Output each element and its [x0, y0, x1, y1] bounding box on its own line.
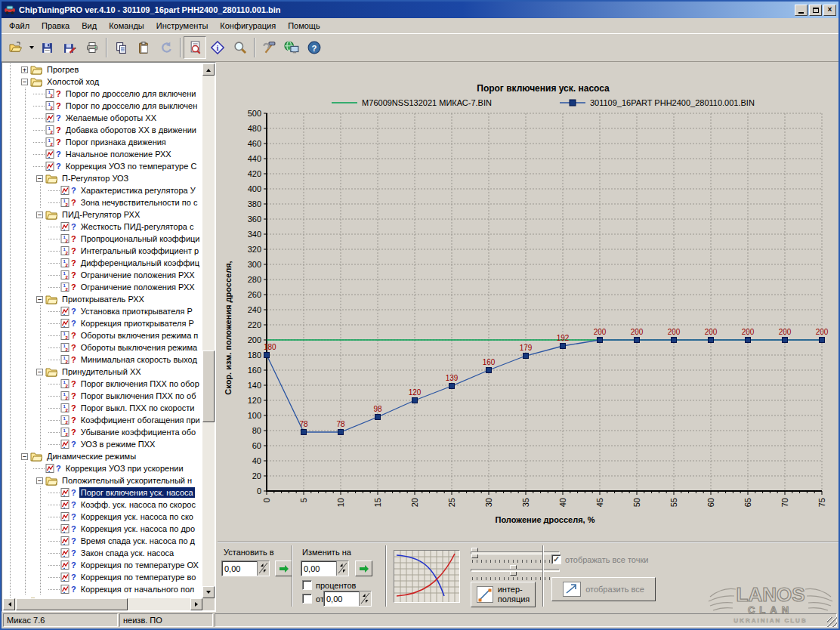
collapse-icon[interactable]: − — [36, 175, 43, 182]
tree-item[interactable]: ?Коэфф. уск. насоса по скорос — [3, 499, 202, 511]
percent-checkbox[interactable] — [302, 580, 312, 590]
menu-item-3[interactable]: Команды — [103, 19, 150, 32]
save-button[interactable] — [36, 36, 58, 59]
tree-item[interactable]: −Положительный ускорительный н — [3, 474, 202, 486]
tree-item[interactable]: 12?Дифференциальный коэффиц — [3, 257, 202, 269]
tree-vertical-scrollbar[interactable] — [202, 63, 215, 598]
scrollbar-thumb[interactable] — [202, 351, 215, 422]
collapse-icon[interactable]: − — [21, 79, 28, 85]
close-button[interactable]: × — [823, 5, 836, 16]
tree-item[interactable]: −ПИД-Регулятор РХХ — [3, 208, 202, 221]
print-button[interactable] — [81, 36, 103, 59]
tree-item[interactable]: ?Установка приоткрывателя Р — [3, 305, 202, 317]
relative-checkbox[interactable] — [302, 594, 312, 604]
info-button[interactable]: i — [206, 36, 229, 59]
slider-track[interactable] — [471, 569, 560, 572]
maximize-button[interactable] — [809, 5, 822, 16]
menu-item-5[interactable]: Конфигурация — [214, 19, 282, 32]
tree-item[interactable]: 12?Минимальная скорость выход — [3, 354, 202, 366]
open-dropdown-button[interactable] — [27, 36, 36, 59]
tree-item[interactable]: ?Коррекция уск. насоса по ско — [3, 511, 202, 523]
tree-item[interactable]: 12?Коэффициент обогащения при — [3, 414, 202, 426]
undo-button[interactable] — [155, 36, 178, 59]
menu-item-4[interactable]: Инструменты — [150, 19, 215, 32]
tree-item[interactable]: 12?Порог включения ПХХ по обор — [3, 378, 202, 390]
network-button[interactable] — [280, 36, 303, 59]
tree-item[interactable]: ?УОЗ в режиме ПХХ — [3, 438, 202, 450]
tree-item[interactable]: 12?Порог выкл. ПХХ по скорости — [3, 402, 202, 414]
preview-button[interactable] — [184, 36, 206, 59]
tree-item[interactable]: 12?Зона нечувствительности по с — [3, 196, 202, 208]
menu-item-0[interactable]: Файл — [3, 19, 36, 32]
slider-2[interactable] — [471, 564, 560, 579]
scroll-up-button[interactable] — [202, 63, 215, 76]
tree-horizontal-scrollbar[interactable] — [3, 598, 202, 610]
tree-item[interactable]: 12?Порог признака движения — [3, 136, 202, 148]
tree-item[interactable]: −Приоткрыватель РХХ — [3, 293, 202, 305]
show-all-button[interactable]: отобразить все — [551, 577, 656, 601]
scrollbar-thumb[interactable] — [16, 598, 128, 610]
tree-item[interactable]: ?Коррекция по температуре во — [3, 571, 202, 583]
tree-item[interactable]: 12?Порог выключения ПХХ по об — [3, 390, 202, 402]
scroll-down-button[interactable] — [202, 586, 215, 598]
tree-item[interactable]: −Холостой ход — [3, 76, 202, 88]
save-as-button[interactable] — [58, 36, 81, 59]
tools-button[interactable] — [258, 36, 280, 59]
tree-item[interactable]: ?Жесткость ПИД-регулятора с — [3, 221, 202, 233]
show-points-checkbox[interactable]: ✓ — [551, 554, 561, 564]
tree-item[interactable]: +Прогрев — [3, 63, 202, 76]
paste-button[interactable] — [132, 36, 155, 59]
collapse-icon[interactable]: − — [36, 296, 43, 303]
apply-set-button[interactable] — [275, 561, 292, 576]
tree-item[interactable]: ?Коррекция приоткрывателя Р — [3, 317, 202, 329]
scroll-right-button[interactable] — [190, 598, 202, 610]
spinner-buttons[interactable] — [359, 591, 371, 606]
tree-item[interactable]: ?Коррекция УОЗ при ускорении — [3, 462, 202, 474]
tree-item[interactable]: ?Характеристика регулятора У — [3, 184, 202, 196]
expand-icon[interactable]: + — [21, 66, 28, 73]
chart-plot[interactable]: 0204060801001201401601802002202402602803… — [218, 62, 838, 539]
scroll-left-button[interactable] — [3, 598, 15, 610]
spinner-buttons[interactable] — [257, 561, 269, 576]
change-value-input[interactable]: 0,00 — [301, 561, 349, 576]
tree-item[interactable]: ?Коррекция по температуре ОХ — [3, 559, 202, 571]
collapse-icon[interactable]: − — [21, 453, 28, 460]
tree-item[interactable]: ?Коррекция от начального пол — [3, 583, 202, 595]
menu-item-2[interactable]: Вид — [76, 19, 103, 32]
open-button[interactable] — [5, 36, 27, 59]
tree-item[interactable]: 12?Порог по дросселю для включени — [3, 88, 202, 100]
tree-item[interactable]: ?Закон спада уск. насоса — [3, 547, 202, 559]
tree-item[interactable]: 12?Пропроциональный коэффици — [3, 233, 202, 245]
slider-1[interactable] — [471, 547, 560, 562]
tree-item[interactable]: 12?Ограничение положения РХХ — [3, 269, 202, 281]
slider-track[interactable] — [471, 551, 560, 554]
curves-preview-widget[interactable] — [394, 550, 460, 603]
apply-change-button[interactable] — [355, 561, 372, 576]
collapse-icon[interactable]: − — [36, 212, 43, 218]
tree-item[interactable]: ?Коррекция уск. насоса по дро — [3, 523, 202, 535]
tree-item[interactable]: 12?Обороты включения режима п — [3, 329, 202, 341]
collapse-icon[interactable]: − — [36, 369, 43, 375]
resize-grip[interactable] — [827, 617, 837, 627]
tree-item[interactable]: −Динамические режимы — [3, 450, 202, 462]
copy-button[interactable] — [110, 36, 132, 59]
tree-item[interactable]: 12?Убывание коэффициента обо — [3, 426, 202, 438]
interpolation-button[interactable]: интер- поляция — [471, 582, 536, 607]
tree-item[interactable]: ?Время спада уск. насоса по д — [3, 535, 202, 547]
tree-item[interactable]: 12?Порог по дросселю для выключен — [3, 100, 202, 112]
set-value-input[interactable]: 0,00 — [221, 561, 270, 576]
help-button[interactable]: ? — [303, 36, 326, 59]
show-points-checkbox-row[interactable]: ✓ отображать все точки — [551, 554, 648, 564]
tree-item[interactable]: 12?Интегральный коэффициент р — [3, 245, 202, 257]
spinner-buttons[interactable] — [336, 561, 348, 576]
tree-item[interactable]: ?Коррекция УОЗ по температуре С — [3, 160, 202, 172]
tree-item[interactable]: 12?Ограничение положения РХХ — [3, 281, 202, 293]
tree-item[interactable]: ?Начальное положение РХХ — [3, 148, 202, 160]
tree-item[interactable]: −П-Регулятор УОЗ — [3, 172, 202, 184]
tree-item[interactable]: ?Желаемые обороты ХХ — [3, 112, 202, 124]
tree-item[interactable]: ?Порог включения уск. насоса — [3, 486, 202, 499]
collapse-icon[interactable]: − — [36, 477, 43, 484]
zoom-button[interactable] — [229, 36, 252, 59]
percent-checkbox-row[interactable]: процентов — [302, 580, 356, 590]
relative-value-input[interactable]: 0,00 — [323, 591, 372, 607]
